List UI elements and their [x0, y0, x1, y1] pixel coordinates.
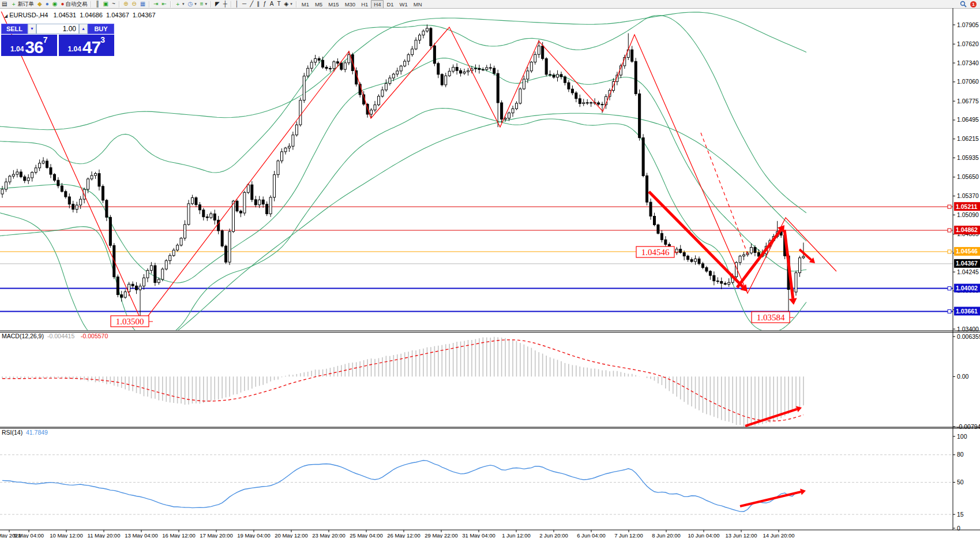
label-tool[interactable]: T: [275, 1, 282, 8]
tab-tf-d1[interactable]: D1: [384, 1, 396, 8]
symbol-info-row: ◢EURUSD-,H4 1.045311.046861.043671.04367: [4, 12, 159, 18]
templates-button[interactable]: ≡▾: [198, 1, 209, 8]
autotrade-button[interactable]: ● 自动交易: [59, 1, 89, 8]
svg-text:15: 15: [957, 511, 964, 518]
sell-price-display[interactable]: 1.04 36 7: [1, 35, 57, 56]
toolbar-separator: [119, 1, 120, 8]
toolbar-separator: [296, 1, 297, 8]
tab-tf-m15[interactable]: M15: [325, 1, 341, 8]
svg-text:1.05370: 1.05370: [957, 192, 979, 199]
auto-scroll-button[interactable]: ⇥: [152, 1, 160, 8]
indicators-button[interactable]: ＋▾: [173, 1, 186, 8]
trend-annotations[interactable]: [0, 9, 836, 323]
svg-text:1.07905: 1.07905: [957, 21, 979, 28]
bar-high: 1.04686: [80, 12, 103, 18]
svg-text:0: 0: [957, 525, 960, 532]
periods-button[interactable]: ◷▾: [186, 1, 198, 8]
tab-tf-mn[interactable]: MN: [411, 1, 425, 8]
tab-tf-w1[interactable]: W1: [397, 1, 411, 8]
price-axis[interactable]: 1.079051.076201.073401.070601.067751.064…: [948, 8, 980, 530]
crosshair-tool[interactable]: ┼: [221, 1, 229, 8]
svg-text:10 Jun 04:00: 10 Jun 04:00: [688, 532, 720, 538]
buy-price-display[interactable]: 1.04 47 3: [59, 35, 115, 56]
svg-text:1.05211: 1.05211: [956, 203, 978, 210]
toolbar-separator: [211, 1, 212, 8]
text-tool[interactable]: A: [268, 1, 276, 8]
buy-price-main: 1.04: [67, 43, 81, 55]
svg-text:1.04245: 1.04245: [957, 268, 979, 275]
svg-text:14 Jun 20:00: 14 Jun 20:00: [763, 532, 795, 538]
svg-text:25 May 04:00: 25 May 04:00: [350, 532, 383, 538]
candle-chart-button[interactable]: ▣: [102, 1, 110, 8]
search-icon[interactable]: [960, 1, 967, 8]
svg-text:0.006359: 0.006359: [957, 333, 980, 340]
autotrade-label: 自动交易: [65, 1, 87, 8]
svg-text:1.04546: 1.04546: [956, 248, 978, 255]
bar-chart-button[interactable]: ║: [93, 1, 101, 8]
macd-title: MACD(12,26,9)-0.004415-0.005570: [2, 332, 108, 339]
fibonacci-tool[interactable]: ƒ: [261, 1, 268, 8]
new-order-icon: ＋: [10, 1, 16, 7]
toolbar: ▤ ＋ 新订单 ◆ ● ◉ ● 自动交易 ║ ▣ ~ ⊕ ⊖ ▦ ⇥ ⇤ ＋▾ …: [0, 0, 980, 9]
svg-text:11 May 20:00: 11 May 20:00: [88, 532, 121, 538]
svg-text:RSI(14): RSI(14): [2, 429, 22, 436]
time-axis[interactable]: May 20229 May 04:0010 May 12:0011 May 20…: [0, 530, 794, 538]
svg-text:1.04002: 1.04002: [956, 285, 978, 292]
svg-text:1.03400: 1.03400: [957, 326, 979, 332]
bar-open: 1.04531: [53, 12, 76, 18]
volume-up-button[interactable]: ▲: [79, 24, 88, 34]
svg-text:41.7849: 41.7849: [26, 429, 48, 436]
signal-icon[interactable]: ◉: [51, 1, 59, 8]
toolbar-separator: [91, 1, 92, 8]
shapes-tool[interactable]: ◈▾: [283, 1, 294, 8]
notification-badge[interactable]: 1: [970, 1, 977, 8]
bollinger-bands: [0, 12, 806, 349]
svg-text:20 May 12:00: 20 May 12:00: [275, 532, 308, 538]
trendline-tool[interactable]: ╱: [248, 1, 255, 8]
symbol-label: EURUSD-,H4: [9, 12, 48, 18]
tab-tf-m30[interactable]: M30: [342, 1, 358, 8]
channel-tool[interactable]: ∥: [255, 1, 261, 8]
sell-price-main: 1.04: [10, 43, 24, 55]
volume-input[interactable]: [36, 24, 79, 34]
new-order-label: 新订单: [17, 1, 34, 8]
sell-price-big: 36: [25, 40, 43, 55]
tab-tf-m1[interactable]: M1: [299, 1, 312, 8]
svg-text:-0.004415: -0.004415: [47, 332, 74, 339]
tab-tf-m5[interactable]: M5: [312, 1, 325, 8]
profile-icon[interactable]: ●: [44, 1, 51, 8]
svg-text:100: 100: [957, 433, 967, 440]
svg-text:1.06495: 1.06495: [957, 116, 979, 123]
price-label-boxes[interactable]: 1.045461.035841.03500: [111, 246, 794, 327]
zoom-in-button[interactable]: ⊕: [122, 1, 130, 8]
svg-text:26 May 12:00: 26 May 12:00: [387, 532, 420, 538]
bar-low: 1.04367: [106, 12, 129, 18]
svg-text:1.05090: 1.05090: [957, 211, 979, 218]
vline-tool[interactable]: │: [234, 1, 241, 8]
tab-tf-h1[interactable]: H1: [358, 1, 371, 8]
svg-text:17 May 20:00: 17 May 20:00: [200, 532, 233, 538]
brush-icon[interactable]: ◆: [36, 1, 44, 8]
buy-button[interactable]: BUY: [88, 24, 114, 34]
window-icon: ▤: [0, 1, 9, 8]
terminal-window: ▤ ＋ 新订单 ◆ ● ◉ ● 自动交易 ║ ▣ ~ ⊕ ⊖ ▦ ⇥ ⇤ ＋▾ …: [0, 0, 980, 538]
hline-tool[interactable]: ─: [241, 1, 248, 8]
svg-text:1.03500: 1.03500: [116, 317, 144, 326]
zoom-out-button[interactable]: ⊖: [130, 1, 138, 8]
volume-down-button[interactable]: ▼: [28, 24, 36, 34]
tab-tf-h4[interactable]: H4: [371, 0, 384, 9]
svg-text:50: 50: [957, 479, 964, 485]
new-order-button[interactable]: ＋ 新订单: [9, 1, 36, 8]
sell-button[interactable]: SELL: [1, 24, 28, 34]
svg-text:1.07620: 1.07620: [957, 40, 979, 47]
cursor-tool[interactable]: ◤: [213, 1, 221, 8]
chart-area[interactable]: 1.045461.035841.035001.079051.076201.073…: [0, 8, 980, 538]
line-chart-button[interactable]: ~: [110, 1, 117, 8]
svg-text:0.00: 0.00: [957, 373, 969, 380]
tile-windows-button[interactable]: ▦: [138, 1, 147, 8]
svg-text:1.03661: 1.03661: [956, 308, 978, 315]
rsi-arrow[interactable]: [740, 489, 806, 506]
svg-text:1.06215: 1.06215: [957, 135, 979, 142]
svg-text:1.03584: 1.03584: [757, 313, 785, 322]
chart-shift-button[interactable]: ⇤: [160, 1, 168, 8]
